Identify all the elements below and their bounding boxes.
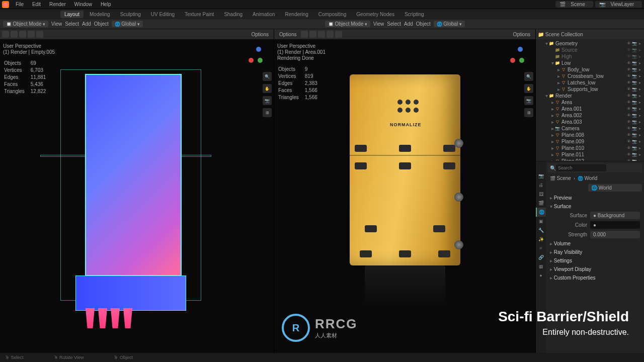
tab-object-icon[interactable]: ▣	[536, 217, 546, 226]
scale-tool-icon[interactable]	[335, 31, 342, 38]
axis-z-icon[interactable]	[518, 47, 523, 52]
strength-field[interactable]: 0.000	[590, 231, 640, 238]
menu-view-right[interactable]: View	[373, 21, 384, 27]
tab-modifier-icon[interactable]: 🔧	[536, 226, 546, 235]
tab-rendering[interactable]: Rendering	[281, 11, 312, 18]
tab-layout[interactable]: Layout	[60, 11, 84, 18]
tab-uv[interactable]: UV Editing	[147, 11, 179, 18]
world-datablock[interactable]: 🌐 World	[588, 184, 642, 192]
nav-gizmo-left[interactable]	[249, 47, 269, 67]
camera-tool-icon[interactable]: 📷	[263, 96, 272, 105]
camera-tool-icon[interactable]: 📷	[524, 96, 533, 105]
tab-compositing[interactable]: Compositing	[314, 11, 351, 18]
tree-row[interactable]: ▸▽Plane.008👁📷▸	[536, 132, 644, 138]
scale-tool-icon[interactable]	[36, 31, 43, 38]
panel-surface[interactable]: Surface	[550, 202, 640, 211]
panel-viewport-display[interactable]: Viewport Display	[550, 265, 640, 274]
tab-texture[interactable]: Texture Paint	[181, 11, 218, 18]
menu-render[interactable]: Render	[46, 2, 69, 7]
tree-row[interactable]: ▸▽Area.002👁📷▸	[536, 112, 644, 119]
panel-custom-properties[interactable]: Custom Properties	[550, 274, 640, 282]
persp-tool-icon[interactable]: ⊞	[524, 108, 533, 117]
viewport-right[interactable]: Options Options User Perspective (1) Ren…	[274, 29, 536, 353]
tree-row[interactable]: ▸▽Body_low👁📷▸	[536, 66, 644, 73]
properties-search-input[interactable]	[556, 164, 606, 171]
tab-output-icon[interactable]: 🖨	[536, 180, 546, 190]
axis-y-icon[interactable]	[258, 58, 263, 63]
options-dropdown-right[interactable]: Options	[510, 31, 533, 38]
color-field[interactable]: ●	[590, 221, 640, 229]
panel-ray-visibility[interactable]: Ray Visibility	[550, 248, 640, 256]
pan-tool-icon[interactable]: ✋	[263, 84, 272, 93]
nav-gizmo-right[interactable]	[510, 47, 530, 67]
tree-row[interactable]: ▸▽Area.003👁📷▸	[536, 119, 644, 125]
tree-row[interactable]: ▸▽Latches_low👁📷▸	[536, 79, 644, 86]
tab-data-icon[interactable]: ▦	[536, 262, 546, 271]
viewport-left[interactable]: Options User Perspective (1) Render | Em…	[0, 29, 274, 353]
select-tool-icon[interactable]	[309, 31, 316, 38]
tree-row[interactable]: ▸▽Area.001👁📷▸	[536, 106, 644, 112]
tree-row[interactable]: ▸▽Supports_low👁📷▸	[536, 86, 644, 93]
tab-render-icon[interactable]: 📷	[536, 171, 546, 180]
tab-shading[interactable]: Shading	[220, 11, 247, 18]
tree-row[interactable]: ▾📁Geometry👁📷▸	[536, 40, 644, 47]
axis-x-icon[interactable]	[510, 58, 515, 63]
tab-geometry-nodes[interactable]: Geometry Nodes	[352, 11, 398, 18]
tree-row[interactable]: 📁High👁📷▸	[536, 53, 644, 60]
rotate-tool-icon[interactable]	[28, 31, 35, 38]
tree-row[interactable]: ▸▽Crossbeam_low👁📷▸	[536, 73, 644, 79]
menu-select-right[interactable]: Select	[387, 21, 401, 27]
move-tool-icon[interactable]	[318, 31, 325, 38]
menu-edit[interactable]: Edit	[29, 2, 44, 7]
menu-object-right[interactable]: Object	[416, 21, 431, 27]
tree-row[interactable]: ▸▽Plane.010👁📷▸	[536, 145, 644, 151]
tab-scene-icon[interactable]: 🎬	[536, 199, 546, 208]
orientation-right[interactable]: 🌐 Global ▾	[434, 21, 465, 27]
tab-physics-icon[interactable]: ⚛	[536, 244, 546, 253]
tree-row[interactable]: ▸📷Camera👁📷▸	[536, 125, 644, 132]
menu-window[interactable]: Window	[71, 2, 96, 7]
tree-row[interactable]: ▸▽Area👁📷▸	[536, 99, 644, 106]
menu-view-left[interactable]: View	[51, 21, 62, 27]
select-tool-icon[interactable]	[11, 31, 18, 38]
tab-particle-icon[interactable]: ✨	[536, 235, 546, 244]
tree-row[interactable]: ▸▽Plane.009👁📷▸	[536, 138, 644, 145]
panel-settings[interactable]: Settings	[550, 256, 640, 265]
menu-help[interactable]: Help	[97, 2, 115, 7]
viewlayer-selector[interactable]: 📷 ViewLayer	[595, 1, 642, 8]
options-dropdown-mid[interactable]: Options	[276, 31, 299, 38]
options-dropdown-left[interactable]: Options	[249, 31, 272, 38]
menu-add-left[interactable]: Add	[82, 21, 91, 27]
panel-preview[interactable]: Preview	[550, 194, 640, 202]
axis-y-icon[interactable]	[519, 58, 524, 63]
mode-dropdown-right[interactable]: 🔲 Object Mode ▾	[325, 21, 370, 27]
tree-row[interactable]: ▾📁Low👁📷▸	[536, 60, 644, 66]
tab-scripting[interactable]: Scripting	[400, 11, 428, 18]
axis-z-icon[interactable]	[256, 47, 261, 52]
tree-row[interactable]: ▸▽Plane.011👁📷▸	[536, 151, 644, 158]
move-tool-icon[interactable]	[19, 31, 26, 38]
cursor-tool-icon[interactable]	[2, 31, 9, 38]
menu-file[interactable]: File	[12, 2, 27, 7]
menu-add-right[interactable]: Add	[404, 21, 413, 27]
menu-object-left[interactable]: Object	[94, 21, 109, 27]
persp-tool-icon[interactable]: ⊞	[263, 108, 272, 117]
tab-world-icon[interactable]: 🌐	[536, 208, 546, 217]
panel-volume[interactable]: Volume	[550, 239, 640, 248]
orientation-left[interactable]: 🌐 Global ▾	[112, 21, 143, 27]
axis-x-icon[interactable]	[249, 58, 254, 63]
scene-selector[interactable]: 🎬 Scene	[555, 1, 593, 8]
surface-shader-dropdown[interactable]: ● Background	[590, 212, 640, 219]
tab-sculpting[interactable]: Sculpting	[116, 11, 145, 18]
tab-animation[interactable]: Animation	[249, 11, 279, 18]
tree-row[interactable]: ▾📁Render👁📷▸	[536, 93, 644, 99]
cursor-tool-icon[interactable]	[301, 31, 308, 38]
mode-dropdown-left[interactable]: 🔲 Object Mode ▾	[3, 21, 48, 27]
tab-material-icon[interactable]: ●	[536, 271, 546, 280]
tab-modeling[interactable]: Modeling	[86, 11, 114, 18]
pan-tool-icon[interactable]: ✋	[524, 84, 533, 93]
zoom-tool-icon[interactable]: 🔍	[263, 72, 272, 81]
tree-row[interactable]: 📁Source👁📷▸	[536, 47, 644, 53]
zoom-tool-icon[interactable]: 🔍	[524, 72, 533, 81]
rotate-tool-icon[interactable]	[327, 31, 334, 38]
